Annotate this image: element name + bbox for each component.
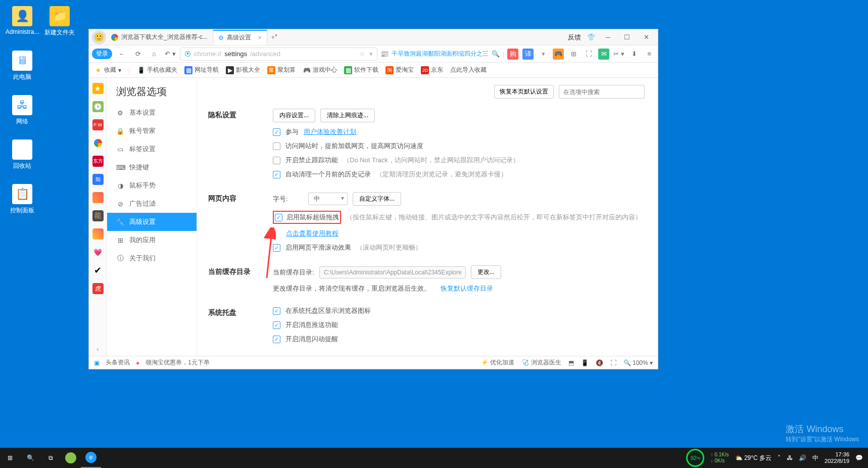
- translate-icon[interactable]: 译: [522, 49, 534, 60]
- bookmark-nav[interactable]: ▦网址导航: [184, 66, 219, 74]
- url-field[interactable]: ⦿ chrome://settings/advanced ☆ ▾: [180, 48, 377, 61]
- close-button[interactable]: ✕: [640, 32, 653, 43]
- game-icon[interactable]: 🎮: [553, 49, 564, 60]
- bookmark-favorites[interactable]: ★收藏 ▾: [94, 66, 121, 74]
- chevron-icon[interactable]: ▾: [538, 49, 549, 60]
- menu-about[interactable]: ⓘ关于我们: [107, 249, 197, 267]
- maximize-button[interactable]: ☐: [620, 32, 634, 43]
- bookmark-jd[interactable]: JD京东: [421, 66, 443, 74]
- zoom-label[interactable]: 🔍 100% ▾: [623, 359, 653, 366]
- tray-network-icon[interactable]: 🖧: [787, 454, 793, 461]
- desktop-icon-control-panel[interactable]: 📋控制面板: [4, 184, 40, 215]
- taskbar-app-1[interactable]: [61, 448, 81, 468]
- sb-hupu-icon[interactable]: 虎: [92, 283, 104, 294]
- menu-shortcut[interactable]: ⌨快捷键: [107, 158, 197, 176]
- tutorial-link[interactable]: 点击查看使用教程: [286, 229, 339, 238]
- sb-game1-icon[interactable]: [92, 192, 104, 203]
- search-options-input[interactable]: [559, 85, 645, 99]
- news-headline-link[interactable]: 干旱致洞庭湖鄱阳湖面积缩四分之三: [392, 50, 489, 58]
- change-cache-button[interactable]: 更改...: [471, 265, 501, 279]
- font-size-select[interactable]: 中: [308, 193, 348, 205]
- sb-zhihu-icon[interactable]: 知: [92, 174, 104, 185]
- menu-adblock[interactable]: ⊘广告过滤: [107, 195, 197, 213]
- clock[interactable]: 17:362022/8/19: [825, 451, 849, 464]
- reload-button[interactable]: ⟳: [131, 48, 144, 61]
- notifications-icon[interactable]: 💬: [855, 454, 863, 461]
- desktop-icon-administrator[interactable]: 👤Administra...: [4, 6, 40, 35]
- menu-basic[interactable]: ⚙基本设置: [107, 104, 197, 122]
- chevron-down-icon[interactable]: ▾: [369, 50, 373, 58]
- preload-checkbox[interactable]: ✓: [273, 143, 280, 150]
- split-icon[interactable]: ⬒: [568, 359, 574, 366]
- bookmark-taobao[interactable]: 淘爱淘宝: [385, 66, 414, 74]
- skin-icon[interactable]: 👕: [587, 33, 595, 41]
- tab-advanced-settings[interactable]: ⚙ 高级设置 ×: [213, 30, 267, 45]
- weather[interactable]: ⛅ 29°C 多云: [735, 454, 772, 462]
- tray-ime[interactable]: 中: [812, 454, 818, 462]
- search-button[interactable]: 🔍: [20, 448, 40, 468]
- back-button[interactable]: ←: [115, 48, 128, 61]
- clear-browsing-button[interactable]: 清除上网痕迹...: [320, 109, 375, 122]
- start-button[interactable]: ⊞: [0, 448, 20, 468]
- sb-star-icon[interactable]: ★: [92, 83, 104, 94]
- desktop-icon-network[interactable]: 🖧网络: [4, 95, 40, 126]
- taskbar-browser[interactable]: e: [81, 448, 101, 468]
- sb-collapse-icon[interactable]: ‹: [97, 345, 99, 353]
- feedback-link[interactable]: 反馈: [568, 33, 581, 42]
- autoclean-checkbox[interactable]: ✓: [273, 171, 280, 178]
- star-icon[interactable]: ☆: [359, 50, 365, 58]
- doctor-link[interactable]: 🩺 浏览器医生: [521, 358, 561, 367]
- shopping-icon[interactable]: 购: [507, 49, 518, 60]
- menu-icon[interactable]: ≡: [644, 49, 655, 60]
- menu-tabs[interactable]: ▭标签设置: [107, 140, 197, 158]
- search-icon[interactable]: 🔍: [492, 50, 500, 58]
- sb-dongfang-icon[interactable]: 东方: [92, 156, 104, 167]
- battery-indicator[interactable]: 92%: [686, 449, 704, 467]
- dnt-checkbox[interactable]: ✓: [273, 157, 280, 164]
- tray-show-checkbox[interactable]: ✓: [273, 307, 280, 315]
- cache-path-input[interactable]: [319, 266, 466, 278]
- bookmark-games[interactable]: 🎮游戏中心: [303, 66, 337, 74]
- optimize-link[interactable]: ⚡ 优化加速: [481, 358, 514, 367]
- desktop-icon-new-folder[interactable]: 📁新建文件夹: [41, 6, 78, 37]
- bookmark-import[interactable]: 点此导入收藏: [450, 66, 487, 74]
- sb-clock-icon[interactable]: 🕒: [92, 101, 104, 112]
- login-badge[interactable]: 登录: [92, 49, 112, 59]
- tab-close-icon[interactable]: ×: [258, 34, 262, 41]
- menu-advanced[interactable]: 🔧高级设置: [107, 213, 197, 231]
- mute-icon[interactable]: 🔇: [596, 359, 603, 366]
- phone-icon[interactable]: 📱: [581, 359, 589, 366]
- bookmark-video[interactable]: ▶影视大全: [226, 66, 260, 74]
- bookmark-software[interactable]: ▦软件下载: [344, 66, 378, 74]
- menu-mouse[interactable]: ◑鼠标手势: [107, 176, 197, 195]
- smoothscroll-checkbox[interactable]: ✓: [273, 244, 280, 252]
- apps-icon[interactable]: ⊞: [568, 49, 579, 60]
- wechat-icon[interactable]: ✉: [598, 49, 609, 60]
- sb-game2-icon[interactable]: [92, 228, 104, 240]
- minimize-button[interactable]: ─: [601, 32, 614, 43]
- menu-account[interactable]: 🔒账号管家: [107, 122, 197, 140]
- desktop-icon-this-pc[interactable]: 🖥此电脑: [4, 51, 40, 81]
- capture-icon[interactable]: ⛶: [583, 49, 594, 60]
- fullscreen-icon[interactable]: ⛶: [610, 359, 616, 366]
- participate-checkbox[interactable]: ✓: [273, 128, 280, 136]
- undo-button[interactable]: ↶ ▾: [164, 48, 177, 61]
- menu-apps[interactable]: ⊞我的应用: [107, 231, 197, 249]
- download-icon[interactable]: ⬇: [629, 49, 640, 60]
- tray-flash-checkbox[interactable]: ✓: [273, 336, 280, 343]
- superdrag-checkbox[interactable]: ✓: [275, 214, 282, 221]
- bookmark-ju[interactable]: 聚聚划算: [267, 66, 296, 74]
- tray-chevron-icon[interactable]: ˄: [778, 454, 781, 461]
- content-settings-button[interactable]: 内容设置...: [273, 109, 315, 122]
- sb-nike-icon[interactable]: ✔: [92, 265, 104, 276]
- news-icon[interactable]: 📰: [380, 50, 389, 58]
- custom-font-button[interactable]: 自定义字体...: [353, 192, 401, 206]
- home-button[interactable]: ⌂: [148, 48, 161, 61]
- tab-download[interactable]: 浏览器下载大全_浏览器推荐-c...: [106, 30, 213, 45]
- new-tab-button[interactable]: +●: [267, 33, 281, 41]
- profile-avatar[interactable]: 🙂: [92, 30, 106, 44]
- sb-dragon-icon[interactable]: 龍: [92, 210, 104, 221]
- desktop-icon-recycle-bin[interactable]: 🗑回收站: [4, 139, 40, 170]
- reset-defaults-button[interactable]: 恢复本页默认设置: [494, 85, 554, 99]
- status-coupon[interactable]: 领淘宝优惠券，1元下单: [146, 358, 210, 367]
